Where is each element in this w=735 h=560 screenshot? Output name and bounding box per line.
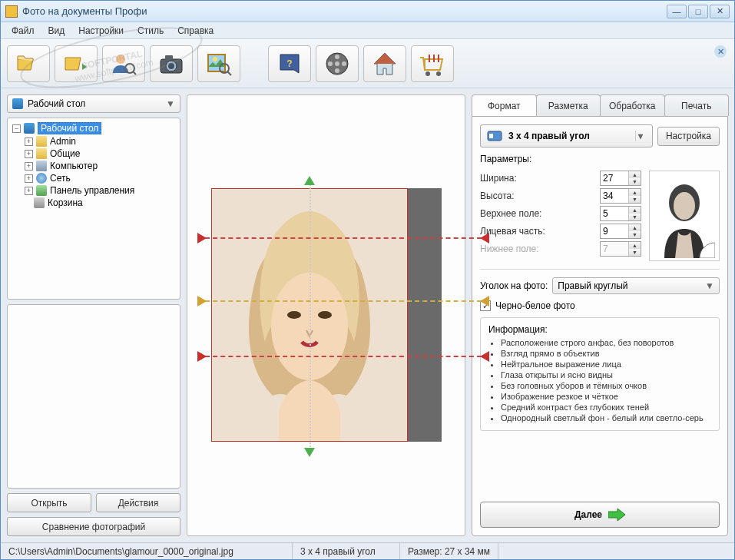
spin-up-icon[interactable]: ▲ bbox=[629, 207, 641, 214]
minimize-button[interactable]: — bbox=[667, 5, 687, 18]
statusbar: C:\Users\Admin\Documents\glamour_0000_or… bbox=[1, 542, 734, 559]
arrow-left-eye[interactable] bbox=[197, 296, 207, 307]
arrow-bottom[interactable] bbox=[304, 448, 315, 457]
app-window: SOFTPORTALwww.softportal.com Фото на док… bbox=[0, 0, 735, 560]
format-preview bbox=[649, 171, 720, 261]
svg-rect-8 bbox=[165, 55, 173, 60]
top-spinner[interactable]: ▲▼ bbox=[600, 206, 641, 221]
toolbar-photo-search-icon[interactable] bbox=[197, 45, 240, 82]
window-title: Фото на документы Профи bbox=[22, 5, 667, 17]
chevron-down-icon[interactable]: ▾ bbox=[635, 131, 646, 141]
arrow-right-eye[interactable] bbox=[480, 296, 489, 307]
app-icon bbox=[5, 5, 18, 18]
tree-item-label[interactable]: Admin bbox=[50, 136, 76, 147]
menu-view[interactable]: Вид bbox=[42, 24, 71, 38]
info-item: Однородный светлый фон - белый или светл… bbox=[501, 413, 711, 422]
svg-point-17 bbox=[328, 61, 333, 66]
toolbar-save-icon[interactable] bbox=[55, 45, 98, 82]
toolbar-close-tips[interactable]: ✕ bbox=[714, 45, 727, 58]
toolbar-user-icon[interactable] bbox=[102, 45, 145, 82]
toolbar-open-icon[interactable] bbox=[7, 45, 50, 82]
chevron-down-icon: ▼ bbox=[705, 280, 714, 291]
arrow-left-top[interactable] bbox=[197, 233, 207, 244]
face-spinner[interactable]: ▲▼ bbox=[600, 224, 641, 239]
tab-layout[interactable]: Разметка bbox=[536, 94, 601, 116]
menu-file[interactable]: Файл bbox=[5, 24, 41, 38]
status-format: 3 x 4 правый угол bbox=[293, 543, 400, 559]
svg-text:?: ? bbox=[286, 58, 292, 69]
location-combo[interactable]: Рабочий стол ▼ bbox=[7, 94, 180, 113]
tree-expander[interactable]: + bbox=[25, 138, 33, 146]
width-spinner[interactable]: ▲▼ bbox=[600, 171, 641, 186]
toolbar-camera-icon[interactable] bbox=[150, 45, 193, 82]
desktop-icon bbox=[24, 123, 35, 134]
titlebar: Фото на документы Профи — □ ✕ bbox=[1, 1, 734, 22]
photo-preview[interactable] bbox=[211, 188, 408, 442]
info-heading: Информация: bbox=[488, 324, 711, 335]
tab-process[interactable]: Обработка bbox=[600, 94, 665, 116]
compare-button[interactable]: Сравнение фотографий bbox=[7, 517, 180, 536]
arrow-right-top[interactable] bbox=[480, 233, 489, 244]
info-box: Информация: Расположение строго анфас, б… bbox=[480, 317, 720, 431]
spin-down-icon: ▼ bbox=[629, 249, 641, 256]
top-input[interactable] bbox=[601, 207, 628, 220]
width-input[interactable] bbox=[601, 171, 628, 185]
arrow-left-chin[interactable] bbox=[197, 351, 207, 362]
info-item: Средний контраст без глубоких теней bbox=[501, 403, 711, 412]
menu-settings[interactable]: Настройки bbox=[72, 24, 130, 38]
info-item: Нейтральное выражение лица bbox=[501, 360, 711, 369]
toolbar-video-icon[interactable] bbox=[316, 45, 359, 82]
folder-tree[interactable]: − Рабочий стол +Admin +Общие +Компьютер … bbox=[7, 118, 180, 300]
spin-up-icon[interactable]: ▲ bbox=[629, 189, 641, 196]
spin-down-icon[interactable]: ▼ bbox=[629, 231, 641, 238]
toolbar-home-icon[interactable] bbox=[363, 45, 406, 82]
tree-item-label[interactable]: Общие bbox=[50, 148, 80, 159]
folder-icon bbox=[36, 136, 47, 147]
svg-point-3 bbox=[116, 55, 125, 64]
info-list: Расположение строго анфас, без поворотов… bbox=[488, 338, 711, 422]
spin-up-icon[interactable]: ▲ bbox=[629, 171, 641, 178]
face-input[interactable] bbox=[601, 224, 628, 238]
close-button[interactable]: ✕ bbox=[710, 5, 730, 18]
spin-down-icon[interactable]: ▼ bbox=[629, 214, 641, 220]
spin-down-icon[interactable]: ▼ bbox=[629, 196, 641, 203]
next-button[interactable]: Далее bbox=[480, 502, 720, 528]
bottom-input bbox=[601, 242, 628, 256]
menu-help[interactable]: Справка bbox=[171, 24, 220, 38]
arrow-top[interactable] bbox=[304, 176, 315, 185]
format-selector[interactable]: 3 x 4 правый угол ▾ bbox=[480, 124, 653, 147]
maximize-button[interactable]: □ bbox=[688, 5, 708, 18]
menu-style[interactable]: Стиль bbox=[131, 24, 170, 38]
corner-label: Уголок на фото: bbox=[480, 280, 548, 291]
toolbar-help-icon[interactable]: ? bbox=[268, 45, 311, 82]
spin-up-icon: ▲ bbox=[629, 242, 641, 249]
tree-item-label[interactable]: Панель управления bbox=[50, 185, 134, 196]
tree-item-label[interactable]: Сеть bbox=[50, 173, 71, 184]
arrow-right-chin[interactable] bbox=[480, 351, 489, 362]
tab-print[interactable]: Печать bbox=[664, 94, 730, 116]
toolbar-cart-icon[interactable] bbox=[411, 45, 454, 82]
format-settings-button[interactable]: Настройка bbox=[657, 127, 720, 146]
tree-expander[interactable]: + bbox=[25, 162, 33, 171]
corner-combo[interactable]: Правый круглый ▼ bbox=[552, 277, 720, 294]
svg-point-19 bbox=[425, 71, 430, 76]
spin-down-icon[interactable]: ▼ bbox=[629, 178, 641, 185]
spin-up-icon[interactable]: ▲ bbox=[629, 224, 641, 231]
tree-expander[interactable]: + bbox=[25, 150, 33, 158]
thumbnail-area bbox=[7, 304, 180, 489]
height-spinner[interactable]: ▲▼ bbox=[600, 188, 641, 204]
open-button[interactable]: Открыть bbox=[7, 493, 91, 512]
tab-bar: Формат Разметка Обработка Печать bbox=[472, 94, 728, 116]
tab-format[interactable]: Формат bbox=[472, 94, 537, 116]
tree-expander[interactable]: − bbox=[12, 124, 21, 133]
height-input[interactable] bbox=[601, 189, 628, 203]
tree-expander[interactable]: + bbox=[25, 174, 33, 183]
tree-item-label[interactable]: Корзина bbox=[48, 197, 83, 208]
tree-item-label[interactable]: Компьютер bbox=[50, 161, 98, 171]
photo-canvas bbox=[187, 94, 465, 536]
tree-expander[interactable]: + bbox=[25, 187, 33, 195]
actions-button[interactable]: Действия bbox=[96, 493, 180, 512]
corner-value: Правый круглый bbox=[558, 280, 627, 291]
network-icon bbox=[36, 173, 47, 184]
tree-root-label[interactable]: Рабочий стол bbox=[38, 122, 101, 134]
